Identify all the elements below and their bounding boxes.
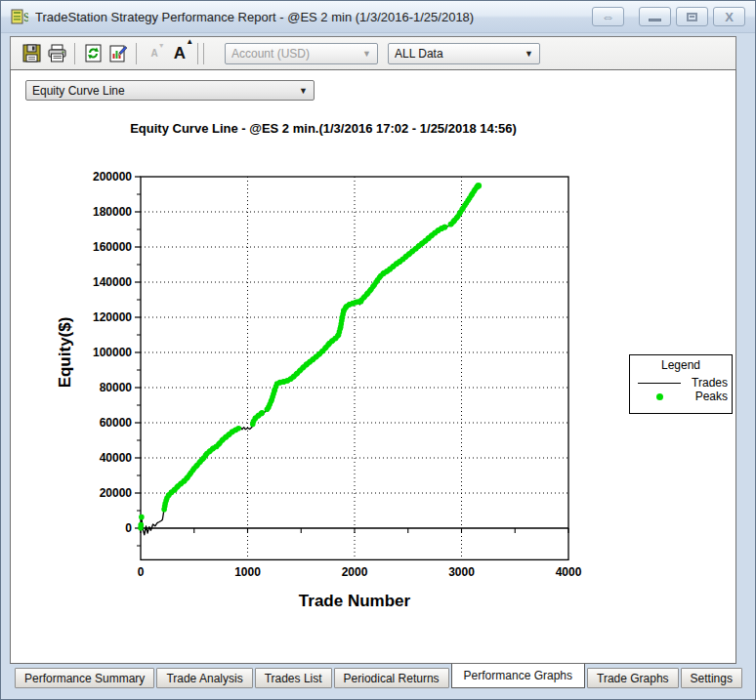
tab-settings[interactable]: Settings xyxy=(681,668,742,688)
svg-text:20000: 20000 xyxy=(100,486,133,500)
refresh-button[interactable] xyxy=(80,41,105,66)
y-axis-ticks: 0200004000060000800001000001200001400001… xyxy=(93,170,141,546)
x-axis-ticks: 01000200030004000 xyxy=(138,528,582,579)
chevron-down-icon: ▼ xyxy=(362,49,371,59)
tab-trade-analysis[interactable]: Trade Analysis xyxy=(156,668,252,688)
svg-text:140000: 140000 xyxy=(93,275,132,289)
data-range-dropdown-value: ALL Data xyxy=(395,47,521,61)
svg-text:80000: 80000 xyxy=(100,381,133,394)
svg-text:120000: 120000 xyxy=(93,310,132,324)
font-increase-icon: A▲ xyxy=(174,44,186,63)
svg-text:0: 0 xyxy=(125,521,132,535)
legend-row-trades: Trades xyxy=(630,376,732,390)
svg-text:4000: 4000 xyxy=(556,565,582,579)
legend-row-peaks: Peaks xyxy=(630,390,732,403)
svg-text:160000: 160000 xyxy=(93,240,132,254)
close-icon: X xyxy=(725,11,734,23)
toolbar: A▼ A▲ Account (USD) ▼ ALL Data ▼ xyxy=(10,36,736,69)
print-icon xyxy=(47,44,67,62)
legend-trades-label: Trades xyxy=(683,376,728,390)
refresh-icon xyxy=(84,44,103,62)
app-icon: $ xyxy=(11,8,28,25)
font-increase-button[interactable]: A▲ xyxy=(167,41,192,66)
tab-performance-summary[interactable]: Performance Summary xyxy=(15,668,154,688)
peaks-dots xyxy=(138,183,482,530)
graph-type-dropdown[interactable]: Equity Curve Line ▼ xyxy=(25,80,315,101)
svg-text:3000: 3000 xyxy=(448,565,475,579)
toolbar-separator xyxy=(203,43,204,64)
left-right-arrow-icon: ⇔ xyxy=(602,10,615,23)
tab-bar: Performance SummaryTrade AnalysisTrades … xyxy=(10,664,736,689)
chevron-down-icon: ▼ xyxy=(299,86,308,96)
report-area: Equity Curve Line ▼ Equity Curve Line - … xyxy=(10,69,736,664)
window-title: TradeStation Strategy Performance Report… xyxy=(35,10,474,24)
window-controls: ⇔ X xyxy=(592,7,745,26)
tab-trade-graphs[interactable]: Trade Graphs xyxy=(587,668,679,688)
legend-title: Legend xyxy=(630,358,732,372)
y-axis-title: Equity($) xyxy=(56,317,74,389)
resize-arrows-button[interactable]: ⇔ xyxy=(592,7,624,26)
equity-curve-chart: 0200004000060000800001000001200001400001… xyxy=(41,148,608,637)
tab-performance-graphs[interactable]: Performance Graphs xyxy=(451,663,585,688)
titlebar: $ TradeStation Strategy Performance Repo… xyxy=(1,1,755,33)
toolbar-separator xyxy=(136,43,137,64)
report-settings-button[interactable] xyxy=(105,41,131,66)
peaks-dot-swatch xyxy=(636,393,683,400)
tradestation-report-window: $ TradeStation Strategy Performance Repo… xyxy=(0,0,756,700)
maximize-icon xyxy=(687,13,697,21)
account-dropdown[interactable]: Account (USD) ▼ xyxy=(225,43,378,64)
svg-text:2000: 2000 xyxy=(342,565,368,579)
font-decrease-icon: A▼ xyxy=(150,48,157,59)
tab-periodical-returns[interactable]: Periodical Returns xyxy=(334,668,449,688)
toolbar-separator xyxy=(197,43,198,64)
tab-trades-list[interactable]: Trades List xyxy=(255,668,332,688)
save-button[interactable] xyxy=(19,41,44,66)
graph-type-dropdown-value: Equity Curve Line xyxy=(32,84,295,98)
chevron-down-icon: ▼ xyxy=(525,49,533,59)
font-decrease-button[interactable]: A▼ xyxy=(142,41,167,66)
svg-text:180000: 180000 xyxy=(93,205,132,219)
svg-text:1000: 1000 xyxy=(234,565,261,579)
legend-peaks-label: Peaks xyxy=(683,390,728,403)
minimize-button[interactable] xyxy=(639,7,671,26)
legend: Legend Trades Peaks xyxy=(629,354,733,414)
gridlines xyxy=(141,177,568,559)
svg-text:60000: 60000 xyxy=(100,416,133,430)
chart-title: Equity Curve Line - @ES 2 min.(1/3/2016 … xyxy=(40,121,607,136)
trades-line-swatch xyxy=(636,383,683,384)
svg-text:100000: 100000 xyxy=(93,346,132,359)
print-button[interactable] xyxy=(44,41,69,66)
toolbar-separator xyxy=(74,43,75,64)
minimize-icon xyxy=(649,19,661,21)
x-axis-title: Trade Number xyxy=(299,592,411,610)
report-settings-icon xyxy=(108,44,129,62)
close-button[interactable]: X xyxy=(713,7,745,26)
save-icon xyxy=(22,44,41,62)
svg-text:0: 0 xyxy=(138,565,145,579)
svg-text:40000: 40000 xyxy=(100,451,133,465)
data-range-dropdown[interactable]: ALL Data ▼ xyxy=(388,43,540,64)
svg-text:200000: 200000 xyxy=(93,170,132,184)
account-dropdown-value: Account (USD) xyxy=(231,47,358,61)
svg-text:$: $ xyxy=(23,11,28,24)
maximize-button[interactable] xyxy=(676,7,708,26)
